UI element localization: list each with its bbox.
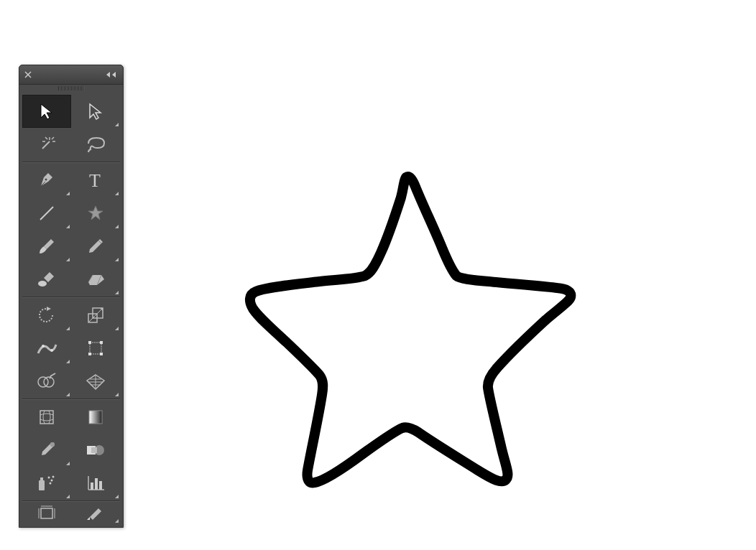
symbol-sprayer-tool[interactable] <box>22 467 71 500</box>
svg-rect-39 <box>50 442 55 447</box>
svg-text:T: T <box>89 171 101 190</box>
svg-point-10 <box>45 179 47 181</box>
svg-marker-18 <box>47 307 51 311</box>
magic-wand-tool[interactable] <box>22 128 71 161</box>
svg-rect-38 <box>89 411 102 424</box>
svg-rect-20 <box>93 308 103 318</box>
svg-point-46 <box>51 480 53 482</box>
svg-rect-28 <box>88 353 91 355</box>
column-graph-tool[interactable] <box>71 467 120 500</box>
width-tool[interactable] <box>22 332 71 365</box>
svg-rect-54 <box>41 508 52 518</box>
svg-rect-52 <box>95 478 98 490</box>
svg-point-47 <box>52 476 55 478</box>
free-transform-tool[interactable] <box>71 332 120 365</box>
tool-grid: T <box>19 92 123 527</box>
svg-rect-40 <box>87 446 96 455</box>
scale-tool[interactable] <box>71 299 120 332</box>
slice-tool[interactable] <box>71 503 120 524</box>
pen-tool[interactable] <box>22 164 71 197</box>
svg-marker-22 <box>100 308 103 311</box>
svg-line-21 <box>88 308 103 322</box>
svg-rect-51 <box>91 483 93 490</box>
line-segment-tool[interactable] <box>22 197 71 230</box>
svg-line-9 <box>45 137 47 139</box>
blend-tool[interactable] <box>71 434 120 467</box>
svg-line-1 <box>25 72 31 78</box>
shape-builder-tool[interactable] <box>22 365 71 398</box>
eyedropper-tool[interactable] <box>22 434 71 467</box>
svg-point-31 <box>44 377 54 387</box>
svg-line-14 <box>98 241 101 243</box>
svg-point-48 <box>50 483 52 485</box>
svg-rect-42 <box>91 447 97 453</box>
svg-point-24 <box>50 349 53 352</box>
rotate-tool[interactable] <box>22 299 71 332</box>
shape-star-tool[interactable] <box>71 197 120 230</box>
blob-brush-tool[interactable] <box>22 263 71 296</box>
pencil-tool[interactable] <box>71 230 120 263</box>
svg-point-41 <box>94 445 104 455</box>
svg-line-12 <box>40 207 53 220</box>
type-tool[interactable]: T <box>71 164 120 197</box>
svg-line-16 <box>88 275 93 282</box>
selection-tool[interactable] <box>22 95 71 128</box>
svg-rect-27 <box>100 341 103 344</box>
svg-marker-13 <box>88 206 103 220</box>
svg-point-15 <box>38 281 47 286</box>
svg-rect-19 <box>88 314 97 322</box>
collapse-icon[interactable] <box>106 71 119 78</box>
close-icon[interactable] <box>24 70 32 79</box>
svg-rect-29 <box>100 353 103 355</box>
svg-line-17 <box>97 275 101 285</box>
svg-rect-44 <box>40 477 43 480</box>
artboard-tool[interactable] <box>22 503 71 524</box>
direct-selection-tool[interactable] <box>71 95 120 128</box>
svg-rect-43 <box>39 480 45 490</box>
perspective-grid-tool[interactable] <box>71 365 120 398</box>
svg-rect-26 <box>88 341 91 344</box>
svg-point-45 <box>48 477 50 479</box>
svg-marker-2 <box>106 72 110 78</box>
gradient-tool[interactable] <box>71 401 120 434</box>
svg-line-4 <box>42 141 50 149</box>
svg-rect-25 <box>90 342 101 354</box>
svg-marker-32 <box>49 375 52 379</box>
paintbrush-tool[interactable] <box>22 230 71 263</box>
svg-point-30 <box>38 377 48 387</box>
svg-line-8 <box>52 137 54 139</box>
panel-gripper[interactable] <box>19 85 123 92</box>
svg-marker-3 <box>112 72 116 78</box>
svg-point-23 <box>42 345 45 348</box>
svg-rect-53 <box>99 481 102 490</box>
svg-line-0 <box>25 72 31 78</box>
lasso-tool[interactable] <box>71 128 120 161</box>
mesh-tool[interactable] <box>22 401 71 434</box>
tools-panel: T <box>19 65 124 528</box>
eraser-tool[interactable] <box>71 263 120 296</box>
panel-header[interactable] <box>19 65 123 85</box>
svg-rect-37 <box>40 411 53 424</box>
